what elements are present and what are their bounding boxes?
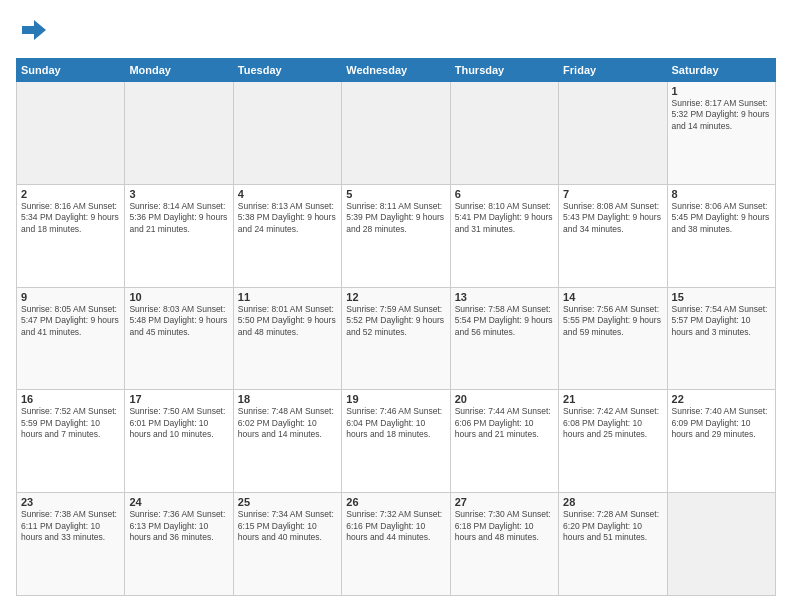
calendar-cell <box>233 82 341 185</box>
day-number: 4 <box>238 188 337 200</box>
day-info: Sunrise: 8:11 AM Sunset: 5:39 PM Dayligh… <box>346 201 445 235</box>
day-number: 12 <box>346 291 445 303</box>
calendar-cell: 14Sunrise: 7:56 AM Sunset: 5:55 PM Dayli… <box>559 287 667 390</box>
calendar-cell: 19Sunrise: 7:46 AM Sunset: 6:04 PM Dayli… <box>342 390 450 493</box>
day-info: Sunrise: 7:50 AM Sunset: 6:01 PM Dayligh… <box>129 406 228 440</box>
day-info: Sunrise: 7:42 AM Sunset: 6:08 PM Dayligh… <box>563 406 662 440</box>
day-info: Sunrise: 8:14 AM Sunset: 5:36 PM Dayligh… <box>129 201 228 235</box>
calendar-week-row: 2Sunrise: 8:16 AM Sunset: 5:34 PM Daylig… <box>17 184 776 287</box>
day-info: Sunrise: 7:54 AM Sunset: 5:57 PM Dayligh… <box>672 304 771 338</box>
day-number: 21 <box>563 393 662 405</box>
day-number: 3 <box>129 188 228 200</box>
day-number: 24 <box>129 496 228 508</box>
day-number: 7 <box>563 188 662 200</box>
calendar-header-row: SundayMondayTuesdayWednesdayThursdayFrid… <box>17 59 776 82</box>
day-number: 20 <box>455 393 554 405</box>
day-info: Sunrise: 8:13 AM Sunset: 5:38 PM Dayligh… <box>238 201 337 235</box>
logo <box>16 16 48 48</box>
logo-text <box>16 16 48 48</box>
calendar-table: SundayMondayTuesdayWednesdayThursdayFrid… <box>16 58 776 596</box>
day-number: 6 <box>455 188 554 200</box>
calendar-cell: 6Sunrise: 8:10 AM Sunset: 5:41 PM Daylig… <box>450 184 558 287</box>
day-info: Sunrise: 8:03 AM Sunset: 5:48 PM Dayligh… <box>129 304 228 338</box>
calendar-cell: 13Sunrise: 7:58 AM Sunset: 5:54 PM Dayli… <box>450 287 558 390</box>
calendar-cell: 12Sunrise: 7:59 AM Sunset: 5:52 PM Dayli… <box>342 287 450 390</box>
calendar-cell: 8Sunrise: 8:06 AM Sunset: 5:45 PM Daylig… <box>667 184 775 287</box>
calendar-cell: 28Sunrise: 7:28 AM Sunset: 6:20 PM Dayli… <box>559 493 667 596</box>
calendar-header-cell: Sunday <box>17 59 125 82</box>
day-info: Sunrise: 7:58 AM Sunset: 5:54 PM Dayligh… <box>455 304 554 338</box>
day-number: 19 <box>346 393 445 405</box>
page: SundayMondayTuesdayWednesdayThursdayFrid… <box>0 0 792 612</box>
day-number: 28 <box>563 496 662 508</box>
header <box>16 16 776 48</box>
calendar-cell <box>17 82 125 185</box>
calendar-cell: 5Sunrise: 8:11 AM Sunset: 5:39 PM Daylig… <box>342 184 450 287</box>
calendar-cell: 17Sunrise: 7:50 AM Sunset: 6:01 PM Dayli… <box>125 390 233 493</box>
day-info: Sunrise: 8:06 AM Sunset: 5:45 PM Dayligh… <box>672 201 771 235</box>
day-number: 23 <box>21 496 120 508</box>
day-info: Sunrise: 7:46 AM Sunset: 6:04 PM Dayligh… <box>346 406 445 440</box>
calendar-cell: 9Sunrise: 8:05 AM Sunset: 5:47 PM Daylig… <box>17 287 125 390</box>
day-number: 26 <box>346 496 445 508</box>
day-number: 18 <box>238 393 337 405</box>
day-info: Sunrise: 8:08 AM Sunset: 5:43 PM Dayligh… <box>563 201 662 235</box>
day-number: 5 <box>346 188 445 200</box>
svg-marker-0 <box>22 20 46 40</box>
day-info: Sunrise: 8:16 AM Sunset: 5:34 PM Dayligh… <box>21 201 120 235</box>
calendar-header-cell: Wednesday <box>342 59 450 82</box>
day-info: Sunrise: 7:52 AM Sunset: 5:59 PM Dayligh… <box>21 406 120 440</box>
calendar-cell <box>450 82 558 185</box>
calendar-cell <box>342 82 450 185</box>
calendar-header-cell: Friday <box>559 59 667 82</box>
calendar-cell: 25Sunrise: 7:34 AM Sunset: 6:15 PM Dayli… <box>233 493 341 596</box>
day-info: Sunrise: 8:10 AM Sunset: 5:41 PM Dayligh… <box>455 201 554 235</box>
calendar-cell: 23Sunrise: 7:38 AM Sunset: 6:11 PM Dayli… <box>17 493 125 596</box>
day-info: Sunrise: 7:59 AM Sunset: 5:52 PM Dayligh… <box>346 304 445 338</box>
calendar-week-row: 23Sunrise: 7:38 AM Sunset: 6:11 PM Dayli… <box>17 493 776 596</box>
day-number: 25 <box>238 496 337 508</box>
day-info: Sunrise: 7:28 AM Sunset: 6:20 PM Dayligh… <box>563 509 662 543</box>
calendar-header-cell: Monday <box>125 59 233 82</box>
calendar-week-row: 1Sunrise: 8:17 AM Sunset: 5:32 PM Daylig… <box>17 82 776 185</box>
calendar-header-cell: Tuesday <box>233 59 341 82</box>
calendar-cell: 22Sunrise: 7:40 AM Sunset: 6:09 PM Dayli… <box>667 390 775 493</box>
calendar-cell: 10Sunrise: 8:03 AM Sunset: 5:48 PM Dayli… <box>125 287 233 390</box>
calendar-cell: 21Sunrise: 7:42 AM Sunset: 6:08 PM Dayli… <box>559 390 667 493</box>
calendar-week-row: 16Sunrise: 7:52 AM Sunset: 5:59 PM Dayli… <box>17 390 776 493</box>
calendar-cell <box>125 82 233 185</box>
calendar-header-cell: Thursday <box>450 59 558 82</box>
day-number: 1 <box>672 85 771 97</box>
calendar-cell <box>667 493 775 596</box>
calendar-cell: 26Sunrise: 7:32 AM Sunset: 6:16 PM Dayli… <box>342 493 450 596</box>
day-number: 9 <box>21 291 120 303</box>
day-number: 27 <box>455 496 554 508</box>
day-info: Sunrise: 7:36 AM Sunset: 6:13 PM Dayligh… <box>129 509 228 543</box>
calendar-cell: 18Sunrise: 7:48 AM Sunset: 6:02 PM Dayli… <box>233 390 341 493</box>
calendar-cell: 15Sunrise: 7:54 AM Sunset: 5:57 PM Dayli… <box>667 287 775 390</box>
day-number: 11 <box>238 291 337 303</box>
day-number: 8 <box>672 188 771 200</box>
calendar-header-cell: Saturday <box>667 59 775 82</box>
day-info: Sunrise: 7:44 AM Sunset: 6:06 PM Dayligh… <box>455 406 554 440</box>
day-number: 13 <box>455 291 554 303</box>
calendar-week-row: 9Sunrise: 8:05 AM Sunset: 5:47 PM Daylig… <box>17 287 776 390</box>
day-info: Sunrise: 7:34 AM Sunset: 6:15 PM Dayligh… <box>238 509 337 543</box>
day-info: Sunrise: 7:48 AM Sunset: 6:02 PM Dayligh… <box>238 406 337 440</box>
day-info: Sunrise: 7:38 AM Sunset: 6:11 PM Dayligh… <box>21 509 120 543</box>
day-info: Sunrise: 7:32 AM Sunset: 6:16 PM Dayligh… <box>346 509 445 543</box>
calendar-cell: 3Sunrise: 8:14 AM Sunset: 5:36 PM Daylig… <box>125 184 233 287</box>
calendar-cell: 1Sunrise: 8:17 AM Sunset: 5:32 PM Daylig… <box>667 82 775 185</box>
day-info: Sunrise: 7:30 AM Sunset: 6:18 PM Dayligh… <box>455 509 554 543</box>
day-number: 10 <box>129 291 228 303</box>
calendar-cell: 27Sunrise: 7:30 AM Sunset: 6:18 PM Dayli… <box>450 493 558 596</box>
calendar-cell: 2Sunrise: 8:16 AM Sunset: 5:34 PM Daylig… <box>17 184 125 287</box>
calendar-cell: 20Sunrise: 7:44 AM Sunset: 6:06 PM Dayli… <box>450 390 558 493</box>
logo-arrow-icon <box>20 16 48 44</box>
day-info: Sunrise: 7:56 AM Sunset: 5:55 PM Dayligh… <box>563 304 662 338</box>
calendar-cell: 16Sunrise: 7:52 AM Sunset: 5:59 PM Dayli… <box>17 390 125 493</box>
day-number: 14 <box>563 291 662 303</box>
day-info: Sunrise: 8:01 AM Sunset: 5:50 PM Dayligh… <box>238 304 337 338</box>
calendar-cell <box>559 82 667 185</box>
day-number: 22 <box>672 393 771 405</box>
